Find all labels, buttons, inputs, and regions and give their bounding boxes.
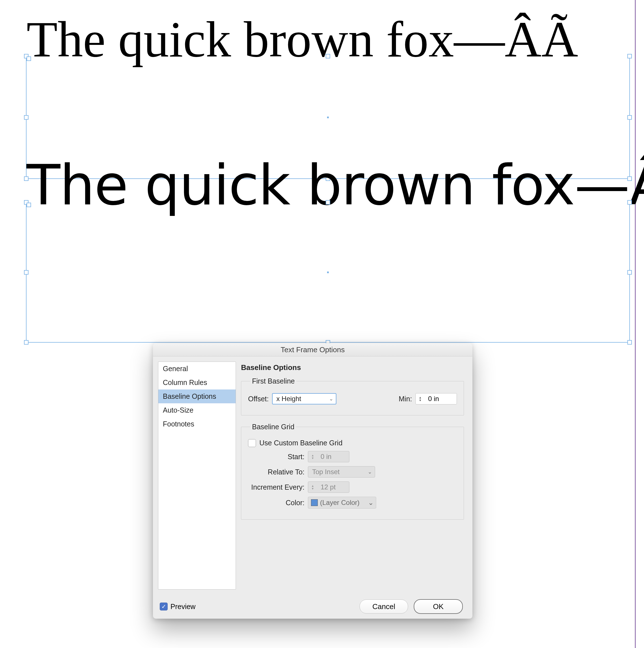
- increment-value: 12 pt: [317, 482, 350, 493]
- tab-general[interactable]: General: [158, 362, 236, 376]
- offset-select-value: x Height: [276, 395, 301, 403]
- color-swatch-icon: [311, 499, 318, 506]
- min-input[interactable]: [425, 393, 457, 404]
- tab-baseline-options[interactable]: Baseline Options: [158, 389, 236, 403]
- text-frame-sans[interactable]: The quick brown fox—ÂÃ: [26, 203, 630, 343]
- start-stepper: ▴▾ 0 in: [308, 451, 350, 462]
- resize-handle-icon[interactable]: [627, 115, 632, 120]
- resize-handle-icon[interactable]: [326, 200, 330, 205]
- preview-checkbox[interactable]: ✓ Preview: [160, 603, 196, 611]
- resize-handle-icon[interactable]: [627, 200, 632, 205]
- checkbox-icon: [248, 439, 256, 447]
- dialog-content: Baseline Options First Baseline Offset: …: [238, 357, 472, 595]
- resize-handle-icon[interactable]: [24, 54, 29, 58]
- resize-handle-icon[interactable]: [24, 340, 29, 344]
- resize-handle-icon[interactable]: [326, 54, 330, 58]
- color-select: (Layer Color) ⌄: [308, 497, 376, 508]
- cancel-button-label: Cancel: [373, 602, 395, 611]
- chevron-down-icon: ⌄: [368, 499, 374, 506]
- start-label: Start:: [248, 453, 305, 461]
- increment-label: Increment Every:: [248, 483, 305, 491]
- frame-center-point-icon: [327, 117, 329, 118]
- tab-auto-size[interactable]: Auto-Size: [158, 403, 236, 417]
- ok-button-label: OK: [433, 602, 444, 611]
- resize-handle-icon[interactable]: [627, 270, 632, 275]
- stepper-arrows-icon[interactable]: ▴▾: [415, 393, 425, 404]
- resize-handle-icon[interactable]: [24, 115, 29, 120]
- resize-handle-icon[interactable]: [627, 54, 632, 58]
- resize-handle-icon[interactable]: [627, 340, 632, 344]
- color-value: (Layer Color): [320, 499, 360, 506]
- chevron-down-icon: ⌄: [329, 396, 333, 402]
- text-frame-options-dialog: Text Frame Options General Column Rules …: [153, 343, 472, 618]
- baseline-grid-legend: Baseline Grid: [250, 423, 296, 431]
- vertical-guide: [635, 0, 636, 648]
- resize-handle-icon[interactable]: [24, 270, 29, 275]
- baseline-grid-group: Baseline Grid Use Custom Baseline Grid S…: [241, 423, 464, 520]
- tab-footnotes[interactable]: Footnotes: [158, 417, 236, 431]
- offset-label: Offset:: [248, 395, 269, 403]
- sample-text-serif: The quick brown fox—ÂÃ: [26, 14, 578, 65]
- sample-text-sans: The quick brown fox—ÂÃ: [26, 158, 644, 213]
- min-label: Min:: [399, 395, 412, 403]
- relative-to-select: Top Inset ⌄: [308, 466, 375, 478]
- section-title: Baseline Options: [241, 363, 464, 372]
- chevron-down-icon: ⌄: [368, 469, 372, 475]
- checkbox-checked-icon: ✓: [160, 603, 168, 610]
- dialog-tabs-sidebar: General Column Rules Baseline Options Au…: [158, 362, 236, 590]
- ok-button[interactable]: OK: [414, 599, 463, 614]
- first-baseline-legend: First Baseline: [250, 377, 296, 385]
- first-baseline-group: First Baseline Offset: x Height ⌄ Min: ▴…: [241, 377, 464, 416]
- tab-column-rules[interactable]: Column Rules: [158, 376, 236, 389]
- dialog-footer: ✓ Preview Cancel OK: [153, 594, 472, 618]
- dialog-title: Text Frame Options: [153, 343, 472, 357]
- relative-to-value: Top Inset: [312, 468, 339, 476]
- preview-label: Preview: [170, 603, 196, 611]
- stepper-arrows-icon: ▴▾: [308, 451, 317, 462]
- cancel-button[interactable]: Cancel: [360, 599, 408, 613]
- stepper-arrows-icon: ▴▾: [308, 482, 317, 493]
- offset-select[interactable]: x Height ⌄: [272, 393, 336, 404]
- use-custom-label: Use Custom Baseline Grid: [259, 439, 342, 447]
- relative-to-label: Relative To:: [248, 468, 305, 476]
- frame-center-point-icon: [327, 271, 329, 273]
- resize-handle-icon[interactable]: [24, 200, 29, 205]
- increment-stepper: ▴▾ 12 pt: [308, 482, 350, 493]
- min-stepper[interactable]: ▴▾: [415, 393, 457, 404]
- use-custom-baseline-grid-checkbox[interactable]: Use Custom Baseline Grid: [248, 439, 342, 447]
- color-label: Color:: [248, 499, 305, 507]
- start-value: 0 in: [317, 451, 350, 462]
